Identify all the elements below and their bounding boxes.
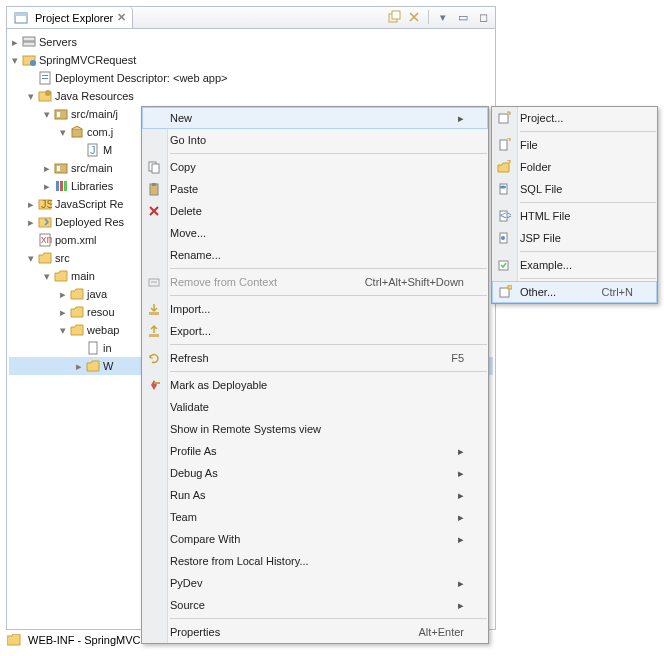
expand-toggle[interactable]: ▸ <box>57 288 69 300</box>
menu-item-import[interactable]: Import... <box>142 298 488 320</box>
delete-icon <box>146 203 162 219</box>
tree-item[interactable]: ▸Servers <box>9 33 493 51</box>
svg-point-12 <box>45 90 51 96</box>
menu-label: HTML File <box>520 210 570 222</box>
paste-icon <box>146 181 162 197</box>
menu-item-validate[interactable]: Validate <box>142 396 488 418</box>
menu-label: SQL File <box>520 183 562 195</box>
menu-item-move[interactable]: Move... <box>142 222 488 244</box>
svg-rect-3 <box>392 11 400 19</box>
copy-icon <box>146 159 162 175</box>
expand-toggle[interactable]: ▸ <box>25 216 37 228</box>
expand-toggle[interactable]: ▸ <box>25 198 37 210</box>
menu-item-other[interactable]: Other...Ctrl+N <box>492 281 657 303</box>
menu-label: Go Into <box>170 134 206 146</box>
maximize-icon[interactable]: ◻ <box>475 9 491 25</box>
expand-toggle[interactable]: ▸ <box>73 360 85 372</box>
menu-item-delete[interactable]: Delete <box>142 200 488 222</box>
menu-item-source[interactable]: Source▸ <box>142 594 488 616</box>
tab-project-explorer[interactable]: Project Explorer ✕ <box>7 7 133 28</box>
svg-rect-38 <box>500 184 507 194</box>
expand-toggle[interactable] <box>25 234 37 246</box>
submenu-arrow-icon: ▸ <box>458 445 464 458</box>
menu-item-team[interactable]: Team▸ <box>142 506 488 528</box>
menu-item-mark-as-deployable[interactable]: Mark as Deployable <box>142 374 488 396</box>
expand-toggle[interactable] <box>25 72 37 84</box>
menu-separator <box>170 618 487 619</box>
minimize-icon[interactable]: ▭ <box>455 9 471 25</box>
menu-item-show-in-remote-systems-view[interactable]: Show in Remote Systems view <box>142 418 488 440</box>
remctx-icon <box>146 274 162 290</box>
expand-toggle[interactable] <box>73 144 85 156</box>
expand-toggle[interactable]: ▾ <box>9 54 21 66</box>
menu-item-debug-as[interactable]: Debug As▸ <box>142 462 488 484</box>
menu-item-rename[interactable]: Rename... <box>142 244 488 266</box>
svg-rect-18 <box>55 164 67 173</box>
dd-icon <box>37 70 53 86</box>
expand-toggle[interactable]: ▸ <box>41 180 53 192</box>
menu-item-run-as[interactable]: Run As▸ <box>142 484 488 506</box>
expand-toggle[interactable]: ▾ <box>41 108 53 120</box>
expand-toggle[interactable]: ▾ <box>41 270 53 282</box>
collapse-all-icon[interactable] <box>386 9 402 25</box>
menu-item-example[interactable]: Example... <box>492 254 657 276</box>
menu-shortcut: Ctrl+Alt+Shift+Down <box>365 276 464 288</box>
context-menu[interactable]: New▸Go IntoCopyPasteDeleteMove...Rename.… <box>141 106 489 644</box>
menu-item-jsp-file[interactable]: JSP File <box>492 227 657 249</box>
dep-icon <box>37 214 53 230</box>
expand-toggle[interactable]: ▾ <box>25 90 37 102</box>
expand-toggle[interactable]: ▸ <box>9 36 21 48</box>
view-menu-icon[interactable]: ▾ <box>435 9 451 25</box>
menu-label: Run As <box>170 489 205 501</box>
menu-item-pydev[interactable]: PyDev▸ <box>142 572 488 594</box>
menu-label: Other... <box>520 286 556 298</box>
folder-icon <box>53 268 69 284</box>
menu-label: PyDev <box>170 577 202 589</box>
expand-toggle[interactable]: ▸ <box>57 306 69 318</box>
expand-toggle[interactable]: ▾ <box>57 126 69 138</box>
menu-item-go-into[interactable]: Go Into <box>142 129 488 151</box>
menu-item-html-file[interactable]: <>HTML File <box>492 205 657 227</box>
menu-item-project[interactable]: Project... <box>492 107 657 129</box>
svg-rect-10 <box>42 78 48 79</box>
menu-item-sql-file[interactable]: SQL File <box>492 178 657 200</box>
menu-separator <box>170 295 487 296</box>
pkg-icon <box>69 124 85 140</box>
expand-toggle[interactable]: ▾ <box>25 252 37 264</box>
jsres-icon: JS <box>37 196 53 212</box>
jres-icon <box>37 88 53 104</box>
link-editor-icon[interactable] <box>406 9 422 25</box>
menu-item-restore-from-local-history[interactable]: Restore from Local History... <box>142 550 488 572</box>
newjsp-icon <box>496 230 512 246</box>
menu-item-paste[interactable]: Paste <box>142 178 488 200</box>
tree-item[interactable]: ▾Java Resources <box>9 87 493 105</box>
menu-label: Remove from Context <box>170 276 277 288</box>
newfile-icon <box>496 137 512 153</box>
close-icon[interactable]: ✕ <box>117 11 126 24</box>
menu-item-profile-as[interactable]: Profile As▸ <box>142 440 488 462</box>
menu-label: Validate <box>170 401 209 413</box>
tree-item[interactable]: ▾SpringMVCRequest <box>9 51 493 69</box>
server-icon <box>21 34 37 50</box>
menu-item-file[interactable]: File <box>492 134 657 156</box>
expand-toggle[interactable]: ▸ <box>41 162 53 174</box>
menu-item-refresh[interactable]: RefreshF5 <box>142 347 488 369</box>
svg-rect-5 <box>23 42 35 46</box>
menu-label: Export... <box>170 325 211 337</box>
menu-item-properties[interactable]: PropertiesAlt+Enter <box>142 621 488 643</box>
menu-item-export[interactable]: Export... <box>142 320 488 342</box>
menu-item-compare-with[interactable]: Compare With▸ <box>142 528 488 550</box>
menu-label: Properties <box>170 626 220 638</box>
menu-item-copy[interactable]: Copy <box>142 156 488 178</box>
context-submenu-new[interactable]: Project...FileFolderSQL File<>HTML FileJ… <box>491 106 658 304</box>
tree-item[interactable]: Deployment Descriptor: <web app> <box>9 69 493 87</box>
refresh-icon <box>146 350 162 366</box>
menu-item-new[interactable]: New▸ <box>142 107 488 129</box>
menu-separator <box>520 202 656 203</box>
expand-toggle[interactable]: ▾ <box>57 324 69 336</box>
menu-separator <box>170 344 487 345</box>
menu-item-folder[interactable]: Folder <box>492 156 657 178</box>
menu-label: Refresh <box>170 352 209 364</box>
menu-label: Compare With <box>170 533 240 545</box>
expand-toggle[interactable] <box>73 342 85 354</box>
